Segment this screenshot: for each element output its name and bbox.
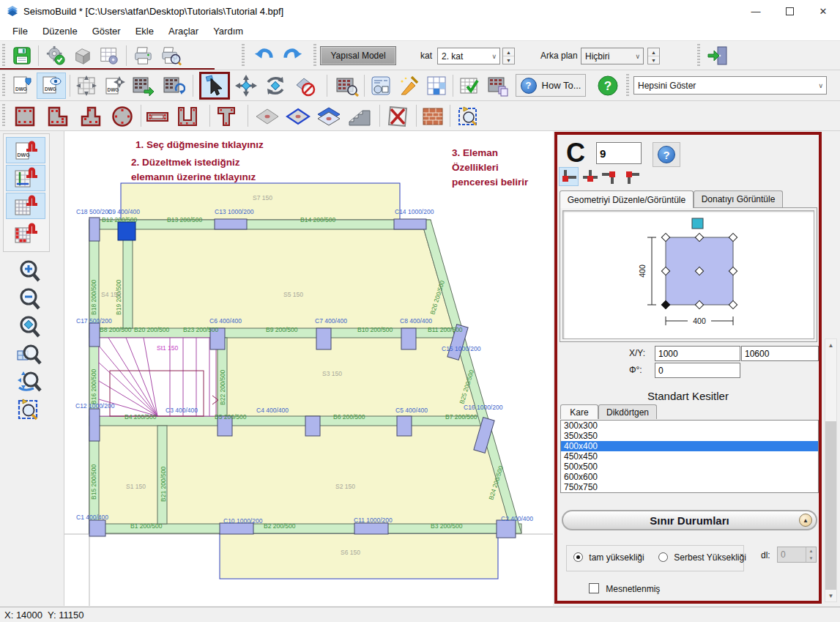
radio-full-height-circle[interactable]	[573, 552, 583, 562]
radio-full-height[interactable]: tam yüksekliği	[573, 552, 644, 563]
exit-button[interactable]	[705, 44, 731, 67]
dl-stepper-arrows[interactable]: ▲▼	[806, 547, 816, 562]
scroll-up-icon[interactable]: ▲	[825, 339, 836, 351]
grid-move-button[interactable]	[73, 73, 100, 98]
menu-item-araçlar[interactable]: Araçlar	[162, 23, 205, 40]
y-input[interactable]	[741, 346, 819, 361]
dwg-view-button[interactable]: DWG	[37, 73, 66, 99]
building-zoom-button[interactable]	[333, 73, 361, 98]
t-beam-button[interactable]	[214, 103, 239, 129]
orientation-corner-bl-button[interactable]	[559, 167, 579, 186]
menu-item-göster[interactable]: Göster	[86, 23, 127, 40]
wall-U-button[interactable]	[174, 103, 201, 129]
maximize-button[interactable]	[773, 0, 806, 22]
move-tool-button[interactable]	[233, 73, 259, 98]
stairs-button[interactable]	[346, 105, 373, 128]
menu-item-yardım[interactable]: Yardım	[207, 23, 250, 40]
section-list-item[interactable]: 400x400	[561, 441, 818, 451]
menu-item-file[interactable]: File	[6, 23, 34, 40]
storey-stepper[interactable]: ▲▼	[502, 48, 515, 64]
delete-tool-button[interactable]	[291, 73, 318, 98]
wall-button[interactable]	[144, 103, 171, 129]
zoom-in-button[interactable]	[12, 257, 47, 285]
orientation-corner-tl-button[interactable]	[622, 167, 642, 186]
snap-grid-lines-button[interactable]	[6, 165, 45, 191]
column-L-button[interactable]	[43, 103, 73, 129]
dwg-import-button[interactable]: DWG	[9, 73, 35, 98]
print-button[interactable]	[130, 45, 155, 67]
building-refresh-button[interactable]	[160, 73, 187, 98]
slab-stack-button[interactable]	[315, 105, 343, 128]
close-button[interactable]: ✕	[806, 0, 840, 22]
print-preview-button[interactable]	[158, 45, 185, 67]
boundary-conditions-header[interactable]: Sınır Durumları ▲	[562, 510, 817, 530]
snap-dwg-button[interactable]: DWG	[6, 137, 45, 163]
storey-combo[interactable]: 2. kat∨	[437, 48, 500, 64]
orientation-corner-bc-button[interactable]	[580, 167, 600, 186]
menu-item-ekle[interactable]: Ekle	[129, 23, 160, 40]
pan-zoom-button[interactable]	[12, 369, 47, 396]
clean-button[interactable]	[395, 73, 422, 98]
table-view-button[interactable]	[368, 73, 394, 98]
dwg-transform-button[interactable]: DWG	[101, 73, 127, 98]
slab-button[interactable]	[253, 105, 281, 128]
brace-button[interactable]	[384, 103, 412, 129]
section-list-item[interactable]: 300x300	[561, 421, 818, 431]
panel-scrollbar[interactable]: ▲ ▼	[825, 338, 837, 602]
supported-checkbox[interactable]	[589, 583, 599, 593]
section-list-item[interactable]: 600x600	[561, 472, 818, 482]
rotation-input[interactable]	[655, 363, 740, 378]
building-copy-button[interactable]	[484, 73, 512, 98]
radio-free-height-circle[interactable]	[658, 552, 668, 562]
undo-button[interactable]	[251, 44, 276, 67]
grid-fill-button[interactable]	[423, 73, 450, 98]
zoom-previous-button[interactable]	[12, 313, 47, 341]
infill-button[interactable]	[420, 105, 445, 128]
zoom-extents-button[interactable]	[12, 396, 47, 424]
snap-points-button[interactable]	[6, 221, 45, 247]
collapse-button[interactable]: ▲	[799, 514, 812, 527]
floor-plan[interactable]: C18 500/200C9 400/400B12 200/500B13 200/…	[64, 131, 553, 606]
background-stepper[interactable]: ▲▼	[647, 48, 660, 64]
section-size-list[interactable]: 300x300350x350400x400450x450500x500600x6…	[560, 420, 819, 493]
scroll-down-icon[interactable]: ▼	[825, 590, 836, 601]
zoom-window-button[interactable]	[12, 341, 47, 369]
tab-reinforcement[interactable]: Donatıyı Görüntüle	[694, 190, 783, 207]
slab-inclined-button[interactable]	[284, 105, 312, 128]
materials-button[interactable]	[70, 45, 94, 67]
orientation-corner-tr-button[interactable]	[599, 167, 619, 186]
tab-square[interactable]: Kare	[560, 404, 598, 419]
tab-rectangle[interactable]: Dikdörtgen	[598, 404, 657, 419]
selected-column-C9[interactable]	[118, 222, 135, 240]
section-list-item[interactable]: 450x450	[561, 451, 818, 462]
menu-item-düzenle[interactable]: Düzenle	[36, 23, 84, 40]
x-input[interactable]	[655, 346, 740, 361]
column-circle-button[interactable]	[108, 103, 137, 129]
section-list-item[interactable]: 350x350	[561, 431, 818, 441]
section-preview[interactable]: 400 400	[562, 210, 814, 339]
radio-free-height[interactable]: Serbest Yüksekliği	[658, 552, 746, 563]
slab-S7[interactable]	[121, 183, 400, 221]
drawing-canvas[interactable]: C18 500/200C9 400/400B12 200/500B13 200/…	[64, 131, 553, 606]
grid-check-button[interactable]	[456, 73, 483, 98]
zoom-region-button[interactable]	[454, 103, 482, 129]
scrollbar-thumb[interactable]	[825, 421, 836, 590]
slab-S6[interactable]	[220, 533, 498, 579]
show-filter-combo[interactable]: Hepsini Göster∨	[633, 76, 827, 95]
code-settings-button[interactable]	[97, 45, 122, 67]
project-settings-button[interactable]	[44, 45, 67, 67]
section-help-button[interactable]: ?	[653, 142, 680, 167]
minimize-button[interactable]: —	[739, 0, 773, 22]
element-id-input[interactable]	[596, 142, 642, 164]
section-list-item[interactable]: 750x750	[561, 482, 818, 492]
how-to-button[interactable]: ? How To...	[516, 74, 586, 97]
background-combo[interactable]: Hiçbiri∨	[581, 48, 644, 64]
rotate-tool-button[interactable]	[262, 73, 289, 98]
tab-geometry[interactable]: Geometriyi Düzenle/Görüntüle	[560, 190, 694, 208]
dl-stepper[interactable]: 0 ▲▼	[777, 547, 817, 563]
select-tool-button[interactable]	[199, 72, 230, 100]
supported-checkbox-row[interactable]: Mesnetlenmiş	[589, 583, 660, 594]
column-rect-button[interactable]	[10, 103, 40, 129]
help-button[interactable]: ?	[595, 73, 621, 98]
structural-model-button[interactable]: Yapısal Model	[320, 46, 396, 65]
